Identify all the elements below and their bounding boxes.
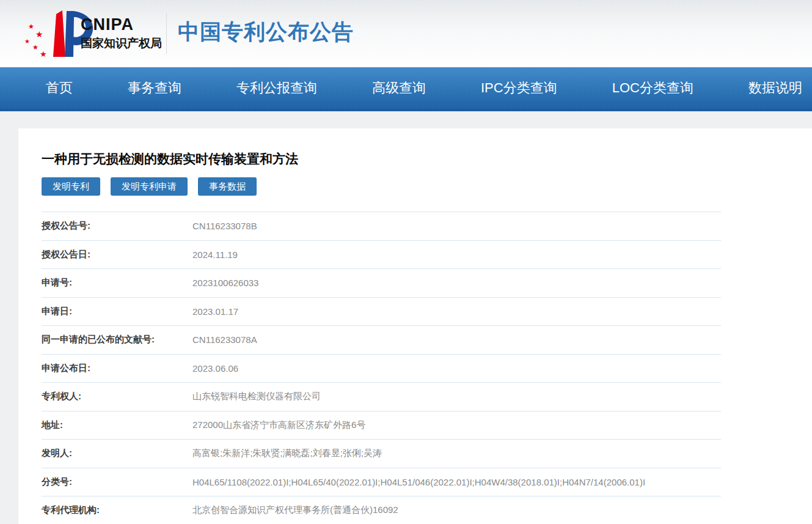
patent-detail-table: 授权公告号:CN116233078B授权公告日:2024.11.19申请号:20… [42, 212, 721, 524]
nav-item-ipc-query[interactable]: IPC分类查询 [481, 79, 557, 97]
tag-button-invention-application[interactable]: 发明专利申请 [111, 177, 188, 196]
svg-text:★: ★ [40, 50, 47, 59]
detail-row-application-number: 申请号:2023100626033 [42, 269, 721, 298]
detail-value-application-publication-date: 2023.06.06 [192, 363, 721, 374]
cnipa-logo-icon: ★ ★ ★ ★ ★ CNIPA 国家知识产权局 [21, 8, 163, 59]
detail-label-application-publication-date: 申请公布日: [42, 363, 192, 374]
detail-value-patent-agency: 北京创智合源知识产权代理事务所(普通合伙)16092 [192, 504, 721, 516]
tag-button-transaction-data[interactable]: 事务数据 [198, 177, 257, 196]
svg-text:★: ★ [35, 29, 43, 39]
detail-value-application-date: 2023.01.17 [192, 306, 721, 317]
detail-value-same-application-published-doc-number: CN116233078A [192, 334, 721, 345]
svg-text:★: ★ [28, 23, 34, 30]
detail-label-classification: 分类号: [42, 476, 192, 488]
detail-value-inventors: 高富银;朱新洋;朱耿贤;满晓磊;刘春昱;张俐;吴涛 [192, 448, 721, 459]
detail-row-same-application-published-doc-number: 同一申请的已公布的文献号:CN116233078A [42, 326, 721, 355]
detail-row-application-date: 申请日:2023.01.17 [42, 298, 721, 327]
site-title: 中国专利公布公告 [178, 18, 354, 50]
nav-item-loc-query[interactable]: LOC分类查询 [612, 79, 693, 97]
patent-detail-card: 一种用于无损检测的数据实时传输装置和方法 发明专利发明专利申请事务数据 授权公告… [18, 128, 812, 524]
detail-row-patentee: 专利权人:山东锐智科电检测仪器有限公司 [42, 383, 721, 411]
site-header: ★ ★ ★ ★ ★ CNIPA 国家知识产权局 中国专利公布公告 [0, 0, 812, 67]
detail-row-grant-number: 授权公告号:CN116233078B [42, 212, 721, 241]
detail-label-address: 地址: [42, 419, 192, 431]
svg-text:CNIPA: CNIPA [81, 15, 134, 34]
detail-label-patentee: 专利权人: [42, 391, 192, 402]
tag-button-invention-patent[interactable]: 发明专利 [42, 177, 100, 196]
page-background: 一种用于无损检测的数据实时传输装置和方法 发明专利发明专利申请事务数据 授权公告… [0, 111, 812, 524]
cnipa-logo: ★ ★ ★ ★ ★ CNIPA 国家知识产权局 [21, 8, 163, 59]
detail-value-application-number: 2023100626033 [192, 278, 721, 288]
detail-label-grant-number: 授权公告号: [42, 220, 192, 232]
patent-title: 一种用于无损检测的数据实时传输装置和方法 [42, 150, 812, 168]
svg-text:★: ★ [24, 38, 30, 45]
svg-text:★: ★ [32, 43, 38, 51]
detail-label-inventors: 发明人: [42, 448, 192, 459]
detail-row-grant-date: 授权公告日:2024.11.19 [42, 241, 721, 270]
detail-row-patent-agency: 专利代理机构:北京创智合源知识产权代理事务所(普通合伙)16092 [42, 496, 721, 524]
nav-item-home[interactable]: 首页 [46, 79, 73, 97]
detail-row-application-publication-date: 申请公布日:2023.06.06 [42, 355, 721, 383]
svg-text:国家知识产权局: 国家知识产权局 [81, 37, 162, 50]
detail-label-application-number: 申请号: [42, 277, 192, 289]
detail-label-patent-agency: 专利代理机构: [42, 504, 192, 516]
detail-value-classification: H04L65/1108(2022.01)I;H04L65/40(2022.01)… [192, 477, 721, 487]
detail-row-inventors: 发明人:高富银;朱新洋;朱耿贤;满晓磊;刘春昱;张俐;吴涛 [42, 440, 721, 468]
detail-row-classification: 分类号:H04L65/1108(2022.01)I;H04L65/40(2022… [42, 468, 721, 497]
header-divider [166, 13, 167, 54]
nav-item-gazette-query[interactable]: 专利公报查询 [236, 79, 317, 97]
nav: 首页事务查询专利公报查询高级查询IPC分类查询LOC分类查询数据说明 [0, 67, 812, 111]
detail-label-application-date: 申请日: [42, 306, 192, 317]
detail-value-grant-number: CN116233078B [192, 221, 721, 231]
detail-label-grant-date: 授权公告日: [42, 249, 192, 260]
detail-label-same-application-published-doc-number: 同一申请的已公布的文献号: [42, 334, 192, 345]
detail-value-grant-date: 2024.11.19 [192, 249, 721, 260]
detail-value-patentee: 山东锐智科电检测仪器有限公司 [192, 391, 721, 402]
nav-item-data-description[interactable]: 数据说明 [748, 79, 802, 97]
detail-value-address: 272000山东省济宁市高新区济东矿外路6号 [192, 419, 721, 431]
nav-item-transaction-query[interactable]: 事务查询 [128, 79, 181, 97]
tag-row: 发明专利发明专利申请事务数据 [42, 177, 812, 196]
detail-row-address: 地址:272000山东省济宁市高新区济东矿外路6号 [42, 411, 721, 440]
nav-item-advanced-query[interactable]: 高级查询 [372, 79, 426, 97]
